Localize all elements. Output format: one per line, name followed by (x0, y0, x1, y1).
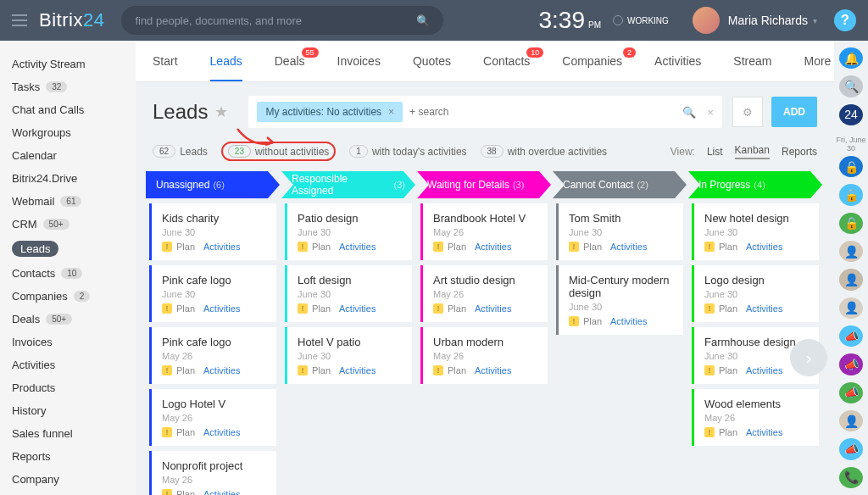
chip-overdue[interactable]: 38with overdue activities (481, 145, 608, 158)
column-header[interactable]: Waiting for Details(3) (417, 171, 551, 198)
tab[interactable]: Leads (210, 41, 242, 81)
rail-icon[interactable]: 👤 (839, 269, 863, 290)
kanban-card[interactable]: Hotel V patioJune 30!PlanActivities (285, 327, 412, 384)
rail-icon[interactable]: 🔒 (839, 184, 863, 205)
sidebar-item[interactable]: Deals50+ (0, 308, 136, 331)
rail-icon[interactable]: 24 (839, 104, 863, 125)
global-search[interactable]: 🔍 (121, 6, 443, 35)
sidebar-item[interactable]: Leads (0, 236, 136, 262)
rail-icon[interactable]: 📣 (839, 353, 863, 375)
help-icon[interactable]: ? (834, 9, 856, 31)
kanban-card[interactable]: Loft designJune 30!PlanActivities (285, 265, 412, 322)
view-reports[interactable]: Reports (782, 146, 817, 158)
filter-chips: 62Leads 23without activities 1with today… (136, 142, 834, 171)
sidebar-item[interactable]: Contacts10 (0, 262, 136, 285)
sidebar-item[interactable]: Activity Stream (0, 53, 136, 75)
rail-icon[interactable]: 👤 (839, 410, 863, 431)
sidebar-item[interactable]: Sales funnel (0, 422, 136, 445)
sidebar-item[interactable]: CRM50+ (0, 213, 136, 236)
filter-tag[interactable]: My activities: No activities × (257, 102, 403, 122)
view-list[interactable]: List (707, 146, 723, 158)
tab[interactable]: Stream (733, 41, 771, 81)
close-icon[interactable]: × (707, 106, 714, 119)
kanban-card[interactable]: Brandbook Hotel VMay 26!PlanActivities (420, 203, 548, 260)
sidebar-item[interactable]: Company (0, 468, 136, 491)
kanban-card[interactable]: New hotel designJune 30!PlanActivities (692, 203, 819, 260)
rail-icon[interactable]: 📞 (839, 467, 863, 488)
tab[interactable]: Start (153, 41, 178, 81)
kanban-column: Responsible Assigned(3)Patio designJune … (281, 171, 415, 495)
rail-icon[interactable]: 🔔 (839, 47, 863, 69)
sidebar-item[interactable]: Bitrix24.Drive (0, 167, 136, 190)
chip-today[interactable]: 1with today's activities (349, 145, 466, 158)
rail-date: Fri, June 30 (834, 136, 868, 153)
add-button[interactable]: ADD (771, 97, 817, 127)
kanban-card[interactable]: Art studio designMay 26!PlanActivities (420, 265, 548, 322)
page-header: Leads ★ My activities: No activities × 🔍… (136, 82, 834, 142)
column-header[interactable]: Responsible Assigned(3) (281, 171, 415, 198)
main: StartLeadsDeals55InvoicesQuotesContacts1… (136, 41, 834, 495)
kanban-card[interactable]: Patio designJune 30!PlanActivities (285, 203, 412, 260)
sidebar-item[interactable]: Activities (0, 353, 136, 376)
tab-more[interactable]: More▾ (804, 41, 834, 81)
sidebar-item[interactable]: Chat and Calls (0, 98, 136, 121)
tab[interactable]: Contacts10 (483, 41, 530, 81)
sidebar-item[interactable]: Tasks32 (0, 75, 136, 98)
sidebar-item[interactable]: Calendar (0, 144, 136, 167)
rail-icon[interactable]: 👤 (839, 241, 863, 262)
user-menu[interactable]: Maria Richards ▾ (693, 7, 817, 34)
kanban-card[interactable]: Pink cafe logoJune 30!PlanActivities (149, 265, 276, 322)
column-header[interactable]: Cannot Contact(2) (553, 171, 687, 198)
logo: Bitrix24 (39, 9, 104, 31)
next-arrow-icon[interactable]: › (790, 339, 827, 376)
tab[interactable]: Deals55 (275, 41, 305, 81)
rail-icon[interactable]: 🔒 (839, 213, 863, 234)
kanban-card[interactable]: Wood elementsMay 26!PlanActivities (692, 389, 819, 446)
kanban-column: In Progress(4)New hotel designJune 30!Pl… (688, 171, 822, 495)
kanban-card[interactable]: Tom SmithJune 30!PlanActivities (556, 203, 683, 260)
kanban-card[interactable]: Kids charityJune 30!PlanActivities (149, 203, 276, 260)
filter-input[interactable] (409, 106, 674, 118)
tab[interactable]: Companies2 (562, 41, 622, 81)
kanban-card[interactable]: Mid-Century modern designJune 30!PlanAct… (556, 265, 683, 335)
gear-icon[interactable]: ⚙ (732, 97, 763, 127)
search-icon[interactable]: 🔍 (416, 14, 430, 27)
kanban-card[interactable]: Logo Hotel VMay 26!PlanActivities (149, 389, 276, 446)
work-status[interactable]: WORKING (613, 15, 669, 25)
rail-icon[interactable]: 📣 (839, 382, 863, 403)
view-kanban[interactable]: Kanban (735, 144, 770, 159)
filter-box[interactable]: My activities: No activities × 🔍 × (248, 96, 722, 128)
tab[interactable]: Quotes (413, 41, 451, 81)
menu-icon[interactable] (12, 14, 27, 26)
page-title: Leads (153, 100, 208, 124)
top-bar: Bitrix24 🔍 3:39 PM WORKING Maria Richard… (0, 0, 868, 41)
sidebar-item[interactable]: Companies2 (0, 285, 136, 308)
sidebar-item[interactable]: Workgroups (0, 121, 136, 144)
close-icon[interactable]: × (388, 106, 394, 118)
chip-leads[interactable]: 62Leads (153, 145, 208, 158)
chip-without-activities[interactable]: 23without activities (221, 142, 337, 161)
search-input[interactable] (135, 14, 416, 27)
rail-icon[interactable]: 🔍 (839, 75, 863, 97)
sidebar-item[interactable]: Invoices (0, 331, 136, 353)
rail-icon[interactable]: 🔒 (839, 156, 863, 177)
sidebar-item[interactable]: Time and Reports (0, 491, 136, 495)
column-header[interactable]: In Progress(4) (688, 171, 822, 198)
sidebar-item[interactable]: Webmail61 (0, 190, 136, 213)
sidebar-item[interactable]: Reports (0, 445, 136, 468)
rail-icon[interactable]: 📣 (839, 438, 863, 459)
kanban-card[interactable]: Nonprofit projectMay 26!PlanActivities (149, 451, 276, 495)
kanban-card[interactable]: Pink cafe logoMay 26!PlanActivities (149, 327, 276, 384)
sidebar-item[interactable]: History (0, 399, 136, 422)
tab[interactable]: Invoices (337, 41, 381, 81)
search-icon[interactable]: 🔍 (682, 106, 696, 119)
column-header[interactable]: Unassigned(6) (146, 171, 280, 198)
kanban-card[interactable]: Logo designJune 30!PlanActivities (692, 265, 819, 322)
sidebar-item[interactable]: Products (0, 376, 136, 399)
star-icon[interactable]: ★ (214, 103, 228, 121)
tab[interactable]: Activities (654, 41, 701, 81)
kanban-card[interactable]: Urban modernMay 26!PlanActivities (420, 327, 548, 384)
kanban-column: Cannot Contact(2)Tom SmithJune 30!PlanAc… (553, 171, 687, 495)
rail-icon[interactable]: 👤 (839, 298, 863, 319)
rail-icon[interactable]: 📣 (839, 325, 863, 347)
